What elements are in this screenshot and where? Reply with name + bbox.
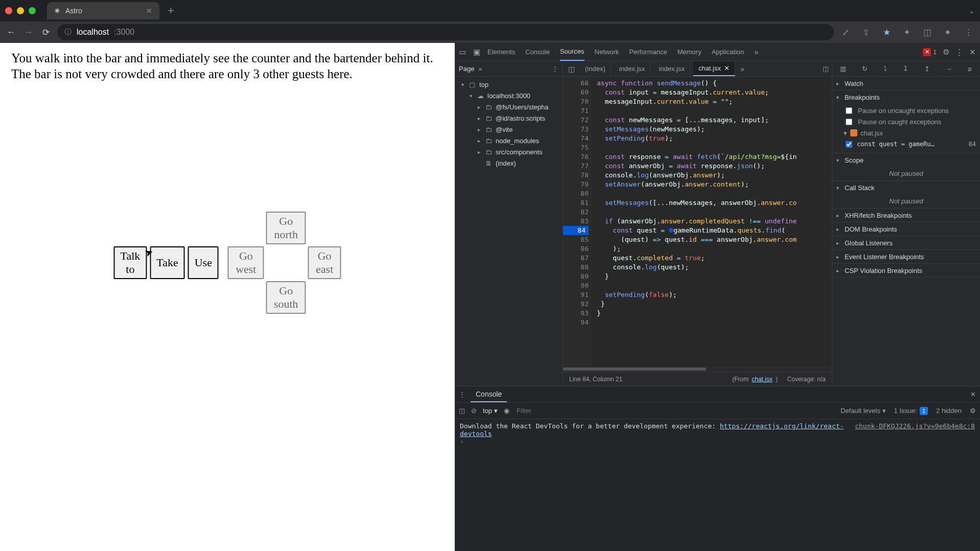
share-icon[interactable]: ⇪ xyxy=(859,26,873,39)
tree-origin[interactable]: ▾☁localhost:3000 xyxy=(455,90,563,101)
use-button[interactable]: Use xyxy=(188,246,219,279)
step-icon[interactable]: → xyxy=(946,65,952,73)
drawer-menu-icon[interactable]: ⋮ xyxy=(459,391,465,398)
tree-top[interactable]: ▾▢top xyxy=(455,79,563,90)
site-info-icon[interactable]: ⓘ xyxy=(64,28,72,37)
browser-tab[interactable]: ✳ Astro ✕ xyxy=(47,2,159,19)
tab-memory[interactable]: Memory xyxy=(678,43,702,61)
console-prompt-icon[interactable]: › xyxy=(460,438,464,445)
tab-sources[interactable]: Sources xyxy=(560,43,585,61)
more-tabs-icon[interactable]: » xyxy=(738,65,746,73)
section-watch[interactable]: ▸Watch xyxy=(832,77,980,90)
section-dom[interactable]: ▸DOM Breakpoints xyxy=(832,222,980,236)
extensions-icon[interactable]: ✦ xyxy=(900,26,914,39)
tree-folder[interactable]: ▸🗀src/components xyxy=(455,146,563,157)
tree-folder[interactable]: ▸🗀@id/astro:scripts xyxy=(455,112,563,124)
sidepanel-icon[interactable]: ◫ xyxy=(921,26,934,39)
section-callstack[interactable]: ▾Call Stack xyxy=(832,181,980,194)
forward-button[interactable]: → xyxy=(22,26,35,39)
tab-close-icon[interactable]: ✕ xyxy=(146,7,152,15)
tab-console[interactable]: Console xyxy=(525,43,550,61)
step-out-icon[interactable]: ↥ xyxy=(924,65,930,73)
file-tab-active[interactable]: chat.jsx✕ xyxy=(693,61,735,76)
go-west-button[interactable]: Go west xyxy=(228,246,264,279)
file-tab[interactable]: (index) xyxy=(580,61,611,76)
console-output[interactable]: Download the React DevTools for a better… xyxy=(455,419,980,551)
console-source[interactable]: chunk-DFKQJ226.js?v=9e6b4e8c:8 xyxy=(855,422,975,430)
take-button[interactable]: Take xyxy=(150,246,184,279)
settings-icon[interactable]: ⚙ xyxy=(943,48,949,57)
nav-menu-icon[interactable]: ⋮ xyxy=(552,65,558,73)
tab-network[interactable]: Network xyxy=(595,43,619,61)
address-bar[interactable]: ⓘ localhost:3000 xyxy=(57,24,834,40)
reload-button[interactable]: ⟳ xyxy=(40,26,52,39)
device-toggle-icon[interactable]: ▣ xyxy=(473,48,480,57)
section-csp[interactable]: ▸CSP Violation Breakpoints xyxy=(832,264,980,277)
nav-mode[interactable]: Page xyxy=(459,65,474,73)
window-minimize-button[interactable] xyxy=(17,7,24,14)
file-tab[interactable]: index.jsx xyxy=(614,61,651,76)
devtools-close-icon[interactable]: ✕ xyxy=(969,48,976,57)
scope-not-paused: Not paused xyxy=(832,167,980,180)
resume-icon[interactable]: ↻ xyxy=(862,65,868,73)
tree-folder[interactable]: ▸🗀@fs/Users/stepha xyxy=(455,101,563,112)
step-over-icon[interactable]: ⤵ xyxy=(883,65,887,73)
step-into-icon[interactable]: ↧ xyxy=(903,65,908,73)
section-global[interactable]: ▸Global Listeners xyxy=(832,236,980,249)
toggle-navigator-icon[interactable]: ◫ xyxy=(566,65,577,73)
section-event[interactable]: ▸Event Listener Breakpoints xyxy=(832,250,980,263)
bookmark-icon[interactable]: ★ xyxy=(880,26,893,39)
code-view[interactable]: async function sendMessage() { const inp… xyxy=(592,77,832,366)
console-sidebar-icon[interactable]: ◫ xyxy=(459,407,465,415)
drawer-close-icon[interactable]: ✕ xyxy=(970,391,976,398)
inspect-icon[interactable]: ▭ xyxy=(459,48,466,57)
line-gutter[interactable]: 6869707172737475767778798081828384858687… xyxy=(563,77,592,366)
back-button[interactable]: ← xyxy=(5,26,17,39)
zoom-icon[interactable]: ⤢ xyxy=(839,26,852,39)
go-north-button[interactable]: Go north xyxy=(266,212,306,244)
section-breakpoints[interactable]: ▾Breakpoints xyxy=(832,90,980,104)
tree-folder[interactable]: ▸🗀node_modules xyxy=(455,135,563,146)
status-from-link[interactable]: chat.jsx xyxy=(752,376,773,383)
file-tab[interactable]: index.jsx xyxy=(654,61,690,76)
deactivate-bp-icon[interactable]: ⌀ xyxy=(968,65,972,73)
window-close-button[interactable] xyxy=(5,7,12,14)
menu-icon[interactable]: ⋮ xyxy=(962,26,975,39)
editor-scrollbar[interactable] xyxy=(563,366,832,372)
error-badge[interactable]: ✕ 1 xyxy=(923,48,937,56)
tabs-overflow-icon[interactable]: ⌄ xyxy=(969,7,975,15)
breakpoint-file[interactable]: ▾chat.jsx xyxy=(844,127,976,139)
tree-file-index[interactable]: 🗎(index) xyxy=(455,157,563,169)
pause-caught-checkbox[interactable]: Pause on caught exceptions xyxy=(844,116,976,127)
profile-icon[interactable]: ● xyxy=(941,26,954,39)
console-levels[interactable]: Default levels ▾ xyxy=(841,407,886,415)
section-xhr[interactable]: ▸XHR/fetch Breakpoints xyxy=(832,209,980,222)
issues-badge[interactable]: 1 Issue: 1 xyxy=(894,407,928,415)
drawer-tab-console[interactable]: Console xyxy=(471,386,507,402)
console-context[interactable]: top ▾ xyxy=(483,407,498,415)
section-scope[interactable]: ▾Scope xyxy=(832,153,980,167)
pause-uncaught-checkbox[interactable]: Pause on uncaught exceptions xyxy=(844,105,976,116)
tree-folder[interactable]: ▸🗀@vite xyxy=(455,124,563,135)
console-settings-icon[interactable]: ⚙ xyxy=(970,407,976,415)
toggle-debugger-icon[interactable]: ◫ xyxy=(823,65,829,73)
breakpoint-line[interactable]: const quest = gameRu…84 xyxy=(844,139,976,150)
console-live-icon[interactable]: ◉ xyxy=(504,407,509,415)
close-file-icon[interactable]: ✕ xyxy=(724,64,730,72)
go-south-button[interactable]: Go south xyxy=(266,281,306,314)
new-tab-button[interactable]: + xyxy=(165,4,177,17)
talk-to-button[interactable]: Talk to xyxy=(114,246,147,279)
pause-icon[interactable]: ▥ xyxy=(840,65,846,73)
editor-tabs: ◫ (index) index.jsx index.jsx chat.jsx✕ … xyxy=(563,61,832,77)
window-maximize-button[interactable] xyxy=(29,7,36,14)
console-filter-input[interactable] xyxy=(516,406,710,415)
tab-elements[interactable]: Elements xyxy=(487,43,515,61)
go-east-button[interactable]: Go east xyxy=(308,246,341,279)
console-clear-icon[interactable]: ⊘ xyxy=(471,407,477,415)
tabs-more-icon[interactable]: » xyxy=(754,43,758,61)
nav-more-icon[interactable]: » xyxy=(478,65,482,73)
devtools-menu-icon[interactable]: ⋮ xyxy=(955,48,963,57)
tab-performance[interactable]: Performance xyxy=(629,43,667,61)
debugger-sidebar: ▥ ↻ ⤵ ↧ ↥ → ⌀ ▸Watch ▾Breakpoints Pause … xyxy=(832,61,980,386)
tab-application[interactable]: Application xyxy=(712,43,744,61)
